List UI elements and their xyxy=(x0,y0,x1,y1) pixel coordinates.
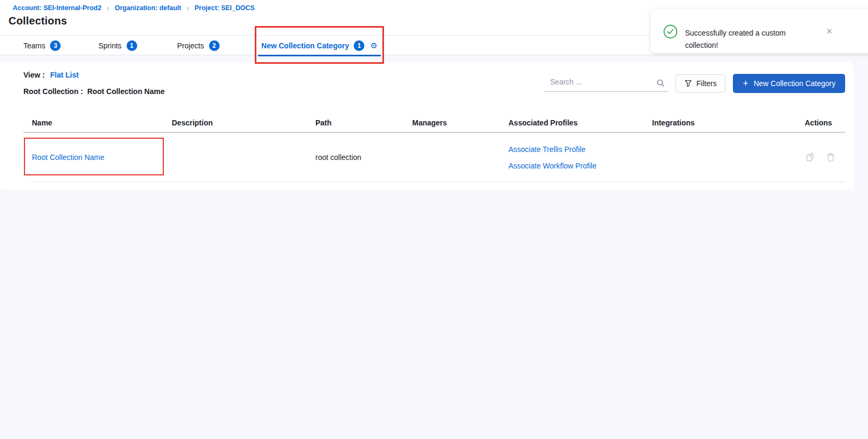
root-collection-value: Root Collection Name xyxy=(87,87,164,96)
cell-path: root collection xyxy=(315,153,412,162)
copy-icon[interactable] xyxy=(805,153,814,162)
tab-sprints-label: Sprints xyxy=(98,41,122,50)
new-collection-category-button[interactable]: + New Collection Category xyxy=(733,74,845,93)
table-row: Root Collection Name root collection Ass… xyxy=(32,133,845,182)
filters-button-label: Filters xyxy=(696,79,716,88)
tab-new-collection-category-label: New Collection Category xyxy=(261,41,349,50)
tab-new-collection-category-count-badge: 1 xyxy=(354,40,364,51)
delete-icon[interactable] xyxy=(827,153,835,162)
toast-message: Successfully created a custom collection… xyxy=(685,27,799,52)
chevron-right-icon: › xyxy=(107,5,110,11)
toolbar: Filters + New Collection Category xyxy=(545,74,845,93)
breadcrumb-project[interactable]: Project: SEI_DOCS xyxy=(195,4,255,12)
breadcrumb-organization[interactable]: Organization: default xyxy=(115,4,181,12)
breadcrumb-account[interactable]: Account: SEI-Internal-Prod2 xyxy=(13,4,102,12)
column-header-managers: Managers xyxy=(412,119,508,127)
column-header-path: Path xyxy=(315,119,412,127)
gear-icon[interactable]: ⚙ xyxy=(370,41,377,50)
page-title: Collections xyxy=(9,15,67,27)
cell-name: Root Collection Name xyxy=(32,153,172,162)
cell-associated-profiles: Associate Trellis Profile Associate Work… xyxy=(508,145,652,170)
tab-projects-label: Projects xyxy=(177,41,204,50)
filters-button[interactable]: Filters xyxy=(675,74,725,92)
plus-icon: + xyxy=(742,79,748,88)
root-collection-label: Root Collection : xyxy=(23,87,83,96)
column-header-name: Name xyxy=(32,119,172,127)
associate-trellis-profile-link[interactable]: Associate Trellis Profile xyxy=(508,145,652,154)
chevron-right-icon: › xyxy=(187,5,189,11)
tab-teams-count-badge: 3 xyxy=(50,40,61,51)
tab-projects-count-badge: 2 xyxy=(209,40,220,51)
tab-sprints[interactable]: Sprints 1 xyxy=(98,36,137,55)
tab-sprints-count-badge: 1 xyxy=(127,40,137,51)
column-header-associated-profiles: Associated Profiles xyxy=(508,119,652,127)
view-mode-link[interactable]: Flat List xyxy=(50,71,79,79)
tab-new-collection-category[interactable]: New Collection Category 1 ⚙ xyxy=(258,36,381,55)
cell-actions xyxy=(805,153,845,162)
search-input[interactable] xyxy=(545,75,668,92)
tab-projects[interactable]: Projects 2 xyxy=(177,36,220,55)
column-header-integrations: Integrations xyxy=(652,119,805,127)
search-icon xyxy=(656,79,665,89)
success-check-icon xyxy=(663,24,678,41)
column-header-description: Description xyxy=(172,119,315,127)
associate-workflow-profile-link[interactable]: Associate Workflow Profile xyxy=(508,162,652,170)
active-tab-underline xyxy=(258,55,381,56)
tab-teams-label: Teams xyxy=(23,41,45,50)
app-root: Account: SEI-Internal-Prod2 › Organizati… xyxy=(0,0,868,439)
breadcrumb: Account: SEI-Internal-Prod2 › Organizati… xyxy=(13,4,255,12)
search-box xyxy=(545,75,668,92)
collection-name-link[interactable]: Root Collection Name xyxy=(32,153,104,162)
toast-success: Successfully created a custom collection… xyxy=(650,9,868,53)
filter-funnel-icon xyxy=(685,80,692,87)
column-header-actions: Actions xyxy=(805,119,845,127)
close-icon[interactable]: ✕ xyxy=(826,27,833,36)
root-collection-line: Root Collection :Root Collection Name xyxy=(23,87,164,96)
content-card: View :Flat List Root Collection :Root Co… xyxy=(0,62,854,190)
view-line: View :Flat List xyxy=(23,71,79,79)
new-collection-category-button-label: New Collection Category xyxy=(754,79,836,88)
table-header: Name Description Path Managers Associate… xyxy=(32,119,845,127)
tab-teams[interactable]: Teams 3 xyxy=(23,36,61,55)
view-label: View : xyxy=(23,71,45,79)
